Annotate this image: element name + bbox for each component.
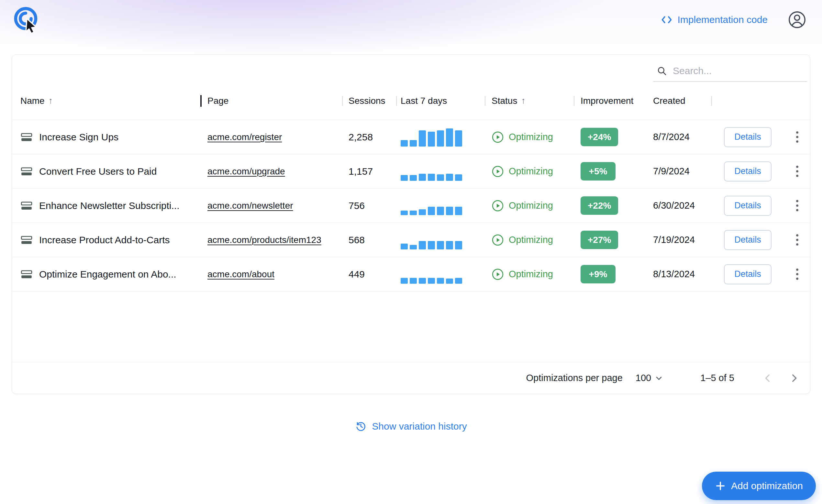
history-link-row: Show variation history [0, 419, 822, 434]
optimization-name-cell: Increase Sign Ups [12, 120, 200, 154]
sessions-value: 1,157 [349, 166, 373, 177]
improvement-badge: +9% [580, 265, 615, 284]
page-link[interactable]: acme.com/about [208, 269, 275, 280]
menu-cell [784, 257, 810, 291]
column-header-name[interactable]: Name ↑ [12, 82, 200, 120]
add-optimization-label: Add optimization [731, 480, 803, 491]
row-menu-button[interactable] [792, 127, 803, 147]
last-7-days-cell [396, 120, 485, 154]
previous-page-button[interactable] [760, 371, 775, 386]
sessions-sparkline [401, 162, 462, 181]
details-button[interactable]: Details [724, 230, 772, 250]
improvement-badge: +27% [580, 230, 618, 249]
per-page-value: 100 [636, 373, 651, 383]
play-circle-icon [492, 165, 504, 177]
next-page-button[interactable] [787, 371, 802, 386]
column-header-actions [711, 82, 784, 120]
card-toolbar [12, 55, 810, 82]
column-header-last-7-days[interactable]: Last 7 days [396, 82, 485, 120]
improvement-cell: +24% [574, 120, 649, 154]
sessions-cell: 1,157 [342, 154, 396, 188]
page-cell: acme.com/upgrade [200, 154, 342, 188]
created-cell: 8/13/2024 [649, 257, 711, 291]
column-header-menu [784, 82, 810, 120]
add-optimization-button[interactable]: Add optimization [702, 472, 816, 500]
page-link[interactable]: acme.com/newsletter [208, 200, 293, 211]
improvement-badge: +5% [580, 162, 615, 180]
status-cell: Optimizing [485, 223, 574, 257]
column-header-improvement[interactable]: Improvement [574, 82, 649, 120]
improvement-cell: +9% [574, 257, 649, 291]
column-divider [342, 96, 343, 106]
row-menu-button[interactable] [792, 230, 803, 250]
details-button[interactable]: Details [724, 264, 772, 284]
sessions-cell: 2,258 [342, 120, 396, 154]
page-cell: acme.com/register [200, 120, 342, 154]
details-cell: Details [711, 154, 784, 188]
menu-cell [784, 223, 810, 257]
per-page-select[interactable]: 100 [634, 372, 664, 384]
ab-test-icon [20, 269, 33, 280]
sessions-sparkline [401, 265, 462, 284]
column-divider [396, 96, 397, 106]
status-label: Optimizing [509, 166, 553, 177]
column-resize-handle[interactable] [200, 95, 201, 107]
show-variation-history-label: Show variation history [372, 419, 467, 434]
app-logo-icon [13, 6, 41, 34]
status-label: Optimizing [509, 132, 553, 142]
details-cell: Details [711, 223, 784, 257]
plus-icon [715, 480, 726, 491]
show-variation-history-link[interactable]: Show variation history [355, 419, 467, 434]
column-header-created[interactable]: Created [649, 82, 711, 120]
row-menu-button[interactable] [792, 264, 803, 284]
column-label: Name [20, 96, 45, 106]
ab-test-icon [20, 235, 33, 245]
optimization-name: Enhance Newsletter Subscripti... [39, 200, 179, 211]
details-button[interactable]: Details [724, 161, 772, 181]
app-logo[interactable] [13, 6, 41, 34]
user-avatar-button[interactable] [788, 10, 806, 29]
sessions-cell: 449 [342, 257, 396, 291]
row-menu-button[interactable] [792, 161, 803, 181]
details-cell: Details [711, 188, 784, 222]
status-cell: Optimizing [485, 120, 574, 154]
table-row: Convert Free Users to Paid acme.com/upgr… [12, 154, 810, 188]
page-link[interactable]: acme.com/products/item123 [208, 235, 321, 245]
details-button[interactable]: Details [724, 196, 772, 216]
page-cell: acme.com/products/item123 [200, 223, 342, 257]
sessions-sparkline [401, 128, 462, 146]
column-divider [485, 96, 485, 106]
column-header-page[interactable]: Page [200, 82, 342, 120]
search-input[interactable] [672, 65, 804, 77]
column-header-sessions[interactable]: Sessions [342, 82, 396, 120]
column-header-status[interactable]: Status ↑ [485, 82, 574, 120]
improvement-cell: +5% [574, 154, 649, 188]
implementation-code-link[interactable]: Implementation code [661, 14, 768, 25]
row-menu-button[interactable] [792, 195, 803, 216]
created-cell: 7/19/2024 [649, 223, 711, 257]
optimization-name-cell: Convert Free Users to Paid [12, 154, 200, 188]
status-cell: Optimizing [485, 257, 574, 291]
page-link[interactable]: acme.com/register [208, 132, 282, 142]
play-circle-icon [492, 131, 504, 143]
last-7-days-cell [396, 223, 485, 257]
top-bar: Implementation code [0, 0, 822, 39]
play-circle-icon [492, 199, 504, 212]
column-label: Last 7 days [401, 96, 447, 106]
table-body: Increase Sign Ups acme.com/register 2,25… [12, 120, 810, 292]
improvement-badge: +22% [580, 196, 618, 215]
page-link[interactable]: acme.com/upgrade [208, 166, 285, 177]
search-box[interactable] [654, 62, 807, 82]
per-page-label: Optimizations per page [526, 373, 623, 383]
code-icon [661, 15, 673, 25]
table-row: Increase Sign Ups acme.com/register 2,25… [12, 120, 810, 154]
table-row: Enhance Newsletter Subscripti... acme.co… [12, 188, 810, 223]
details-button[interactable]: Details [724, 127, 772, 147]
status-label: Optimizing [509, 269, 553, 280]
status-label: Optimizing [509, 200, 553, 211]
created-date: 8/7/2024 [653, 132, 690, 142]
sessions-value: 756 [349, 200, 365, 211]
sessions-value: 449 [349, 269, 365, 280]
created-cell: 7/9/2024 [649, 154, 711, 188]
optimization-name: Increase Product Add-to-Carts [39, 234, 170, 245]
